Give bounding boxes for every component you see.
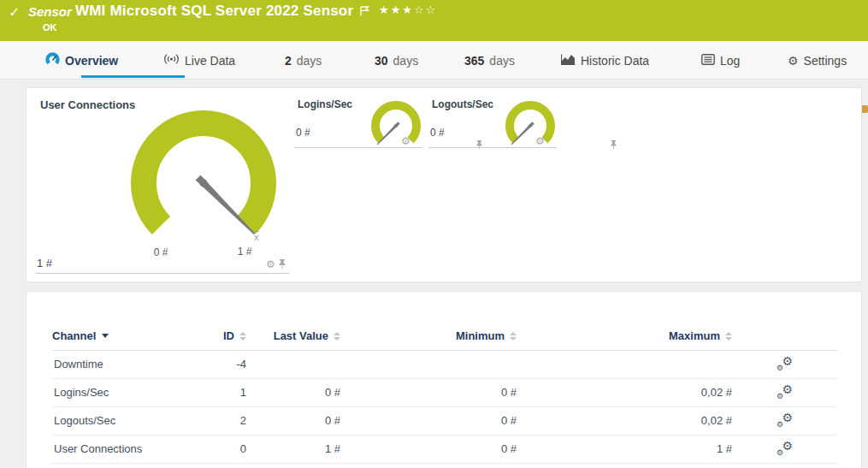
minimum-value: 0 # (340, 406, 517, 435)
tab-label: Log (720, 54, 740, 68)
channel-settings-cell: ⚙⚙ (732, 406, 837, 435)
gauge-panel-logouts[interactable]: Logouts/Sec 0 # ⚙ (428, 95, 557, 148)
tab-2-days[interactable]: 2 days (285, 41, 322, 80)
star-empty-icon[interactable]: ☆ (426, 3, 438, 16)
column-header-channel[interactable]: Channel (52, 323, 219, 350)
logins-gauge (369, 100, 423, 151)
channel-id: 0 (219, 435, 246, 463)
last-value: 0 # (246, 406, 340, 435)
flag-icon[interactable] (360, 4, 369, 20)
channel-name[interactable]: Downtime (52, 350, 219, 378)
gauge-current-value: 1 # (37, 257, 52, 270)
star-filled-icon[interactable]: ★ (379, 3, 391, 16)
table-row[interactable]: Logouts/Sec20 #0 #0,02 #⚙⚙ (52, 406, 837, 435)
gauge-tools: ⚙ (401, 135, 410, 147)
gauges-card: User Connections x 0 # 1 # 1 # ⚙ (26, 87, 862, 282)
channel-id: 2 (219, 406, 246, 435)
table-row[interactable]: Downtime-4⚙⚙ (52, 350, 837, 378)
last-value (246, 350, 340, 378)
channel-settings-cell: ⚙⚙ (732, 350, 837, 378)
object-kind-label: Sensor (28, 4, 72, 19)
tab-label: days (489, 54, 515, 68)
average-marker: x (254, 232, 259, 242)
status-ok-check-icon: ✓ (9, 4, 20, 21)
maximum-value (517, 350, 732, 378)
channel-name[interactable]: Logouts/Sec (52, 406, 219, 435)
table-header-row: Channel ID Last Value Minimum Maximum (52, 323, 837, 350)
star-filled-icon[interactable]: ★ (402, 3, 414, 16)
column-header-minimum[interactable]: Minimum (340, 323, 517, 350)
last-value: 1 # (246, 435, 340, 463)
sort-icon (725, 332, 732, 341)
gauge-panel-logins[interactable]: Logins/Sec 0 # ⚙ (294, 95, 422, 148)
table-row[interactable]: User Connections01 #0 #1 #⚙⚙ (52, 435, 837, 463)
channel-table-body: Downtime-4⚙⚙Logins/Sec10 #0 #0,02 #⚙⚙Log… (52, 350, 837, 463)
minimum-value: 0 # (340, 435, 517, 463)
star-filled-icon[interactable]: ★ (391, 3, 403, 16)
pin-icon[interactable] (278, 259, 286, 270)
tab-historic-data[interactable]: Historic Data (561, 41, 649, 80)
gear-icon: ⚙ (788, 54, 799, 68)
gauge-tools: ⚙ (535, 135, 545, 147)
gauge-title: Logouts/Sec (432, 98, 493, 110)
minimum-value: 0 # (340, 378, 517, 406)
channel-settings-gears-icon[interactable]: ⚙⚙ (776, 412, 793, 427)
sort-desc-icon (102, 334, 109, 338)
tab-365-days[interactable]: 365 days (464, 41, 515, 80)
maximum-value: 1 # (517, 435, 732, 463)
channel-id: 1 (219, 378, 246, 406)
log-icon (701, 54, 715, 68)
tab-settings[interactable]: ⚙ Settings (788, 41, 847, 80)
sensor-status-text: OK (43, 22, 57, 33)
clipped-tab-fragment (861, 105, 868, 113)
pin-icon[interactable] (610, 140, 617, 150)
tab-number: 2 (285, 54, 292, 68)
tab-label: Settings (804, 54, 847, 68)
tab-label: days (393, 54, 419, 68)
gauge-settings-gear-icon[interactable]: ⚙ (535, 135, 545, 147)
gauge-icon (45, 52, 60, 69)
channel-settings-gears-icon[interactable]: ⚙⚙ (776, 441, 793, 455)
channel-settings-cell: ⚙⚙ (732, 378, 837, 406)
panel-divider (35, 273, 289, 274)
column-header-actions (732, 323, 837, 350)
last-value: 0 # (246, 378, 340, 406)
logouts-gauge (503, 100, 558, 151)
broadcast-icon (163, 53, 180, 68)
sort-icon (239, 332, 246, 341)
sort-icon (334, 332, 340, 341)
channel-name[interactable]: Logins/Sec (52, 378, 219, 406)
channel-name[interactable]: User Connections (52, 435, 219, 463)
gauge-scale-max: 1 # (226, 246, 263, 258)
tab-number: 365 (464, 54, 484, 68)
minimum-value (340, 350, 517, 378)
maximum-value: 0,02 # (517, 378, 732, 406)
channels-card: Channel ID Last Value Minimum Maximum (26, 291, 862, 468)
priority-stars[interactable]: ★★★☆☆ (379, 3, 437, 16)
gauge-title: Logins/Sec (298, 98, 352, 110)
star-empty-icon[interactable]: ☆ (414, 3, 426, 16)
sensor-title: WMI Microsoft SQL Server 2022 Sensor (75, 3, 353, 20)
column-header-id[interactable]: ID (219, 323, 246, 350)
tab-30-days[interactable]: 30 days (375, 41, 418, 80)
tab-label: Historic Data (581, 54, 649, 68)
channel-table: Channel ID Last Value Minimum Maximum (52, 323, 837, 464)
table-row[interactable]: Logins/Sec10 #0 #0,02 #⚙⚙ (52, 378, 837, 406)
gauge-current-value: 0 # (296, 127, 310, 139)
channel-settings-cell: ⚙⚙ (732, 435, 837, 463)
sensor-header-bar: ✓ Sensor WMI Microsoft SQL Server 2022 S… (0, 0, 868, 41)
gauge-current-value: 0 # (430, 127, 445, 139)
tab-overview[interactable]: Overview (45, 41, 118, 80)
channel-settings-gears-icon[interactable]: ⚙⚙ (776, 384, 793, 399)
tab-live-data[interactable]: Live Data (163, 41, 235, 80)
column-header-maximum[interactable]: Maximum (517, 323, 732, 350)
sensor-tab-bar: Overview Live Data 2 days 30 days 365 da… (0, 41, 868, 80)
tab-label: Live Data (185, 54, 235, 68)
column-header-last-value[interactable]: Last Value (246, 323, 340, 350)
gauge-settings-gear-icon[interactable]: ⚙ (266, 258, 275, 270)
gauge-tools: ⚙ (266, 258, 286, 270)
channel-settings-gears-icon[interactable]: ⚙⚙ (776, 356, 793, 370)
gauge-settings-gear-icon[interactable]: ⚙ (401, 135, 410, 147)
channel-id: -4 (219, 350, 246, 378)
tab-log[interactable]: Log (701, 41, 740, 80)
